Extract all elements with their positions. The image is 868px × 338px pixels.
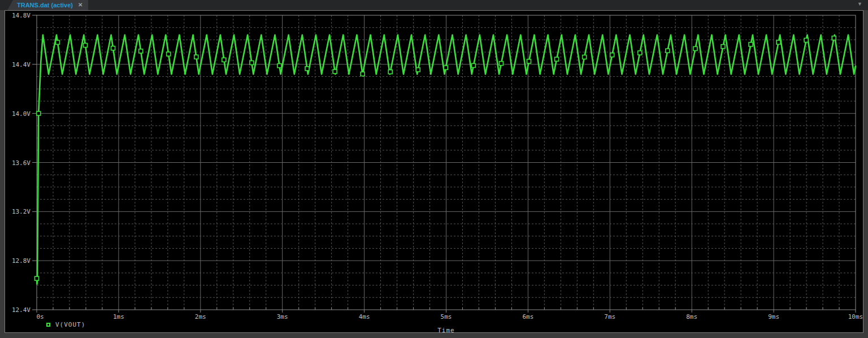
x-tick-label: 0s xyxy=(36,313,44,320)
x-tick-label: 9ms xyxy=(768,313,779,320)
x-tick-label: 7ms xyxy=(604,313,615,320)
data-point-marker xyxy=(721,45,725,49)
data-point-marker xyxy=(35,276,39,280)
x-tick-label: 3ms xyxy=(277,313,288,320)
data-point-marker xyxy=(416,68,420,72)
data-point-marker xyxy=(139,49,143,53)
waveform-plot-canvas[interactable]: 14.8V14.4V14.0V13.6V13.2V12.8V12.4V0s1ms… xyxy=(0,0,868,338)
data-point-marker xyxy=(555,57,559,61)
x-tick-label: 8ms xyxy=(686,313,697,320)
x-axis-title: Time xyxy=(37,327,856,334)
data-point-marker xyxy=(194,55,198,59)
y-tick-label: 13.6V xyxy=(12,159,31,167)
data-point-marker xyxy=(388,70,392,74)
data-point-marker xyxy=(167,52,171,56)
data-point-marker xyxy=(499,62,503,66)
data-point-marker xyxy=(37,111,41,115)
data-point-marker xyxy=(222,58,226,62)
y-tick-label: 13.2V xyxy=(12,208,31,215)
data-point-marker xyxy=(693,47,697,51)
data-point-marker xyxy=(832,36,836,40)
x-tick-label: 4ms xyxy=(359,313,370,320)
y-tick-label: 14.8V xyxy=(12,12,31,19)
x-tick-label: 2ms xyxy=(195,313,206,320)
data-point-marker xyxy=(583,55,587,59)
x-tick-label: 10ms xyxy=(848,313,863,320)
data-point-marker xyxy=(277,64,281,68)
y-tick-label: 14.0V xyxy=(12,110,31,118)
data-point-marker xyxy=(749,42,753,46)
data-point-marker xyxy=(84,44,88,47)
data-point-marker xyxy=(471,63,475,67)
data-point-marker xyxy=(55,40,59,44)
data-point-marker xyxy=(333,70,337,73)
data-point-marker xyxy=(361,72,364,76)
data-point-marker xyxy=(527,59,531,63)
data-point-marker xyxy=(776,40,780,44)
data-point-marker xyxy=(610,53,614,57)
data-point-marker xyxy=(111,46,115,50)
data-point-marker xyxy=(804,38,808,42)
data-point-marker xyxy=(666,49,670,53)
y-tick-label: 14.4V xyxy=(12,61,31,68)
x-tick-label: 1ms xyxy=(113,313,124,320)
data-point-marker xyxy=(305,67,309,71)
trace-legend-square-icon xyxy=(46,323,50,327)
y-tick-label: 12.8V xyxy=(12,257,31,265)
data-point-marker xyxy=(250,61,254,65)
x-tick-label: 5ms xyxy=(441,313,452,320)
data-point-marker xyxy=(638,51,642,55)
data-point-marker xyxy=(444,66,448,70)
x-tick-label: 6ms xyxy=(522,313,533,320)
y-tick-label: 12.4V xyxy=(12,306,31,314)
